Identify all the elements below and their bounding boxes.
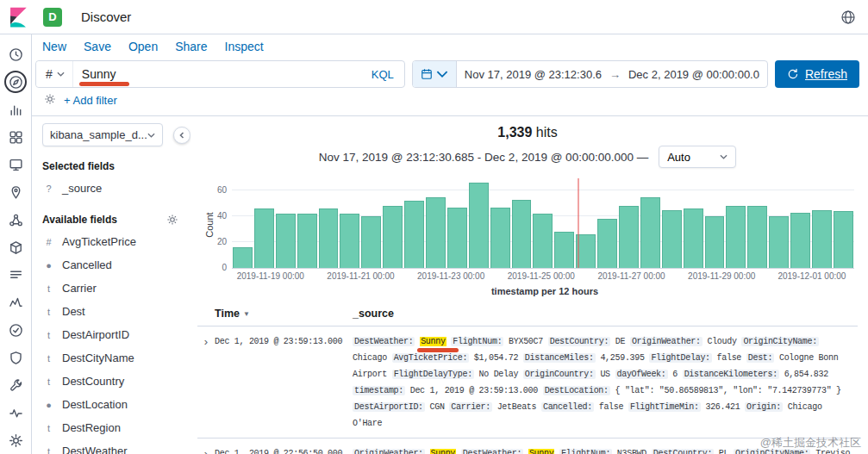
histogram-bar[interactable]	[747, 206, 767, 268]
histogram-bar[interactable]	[340, 214, 359, 268]
expand-row-icon[interactable]: ›	[197, 445, 215, 454]
x-axis-tick: 2019-11-21 00:00	[327, 271, 394, 281]
canvas-icon[interactable]	[4, 153, 27, 176]
expand-row-icon[interactable]: ›	[197, 333, 215, 432]
histogram-bar[interactable]	[705, 216, 725, 268]
saved-query-button[interactable]: #	[36, 61, 73, 87]
globe-icon[interactable]	[840, 9, 856, 25]
histogram-bar[interactable]	[684, 208, 703, 268]
histogram-bar[interactable]	[276, 214, 296, 268]
interval-select[interactable]: Auto	[659, 146, 736, 168]
source-field-key: FlightTimeMin:	[628, 402, 701, 412]
histogram-bar[interactable]	[490, 208, 510, 269]
histogram-bar[interactable]	[812, 210, 832, 269]
kibana-logo-icon[interactable]	[7, 6, 29, 28]
hits-count: 1,339	[497, 125, 532, 140]
field-item-carrier[interactable]: tCarrier	[42, 277, 190, 300]
menu-item-share[interactable]: Share	[175, 40, 207, 53]
field-settings-gear-icon[interactable]	[166, 214, 178, 226]
recently-viewed-icon[interactable]	[4, 43, 27, 65]
siem-icon[interactable]	[4, 346, 27, 369]
histogram-bar[interactable]	[319, 208, 339, 268]
row-source: DestWeather: Sunny FlightNum: BYX50C7 De…	[346, 333, 858, 432]
histogram-bar[interactable]	[769, 216, 789, 268]
menu-item-save[interactable]: Save	[84, 40, 111, 53]
histogram-chart: Count 0204060 2019-11-19 00:002019-11-21…	[197, 178, 858, 296]
source-field-key: AvgTicketPrice:	[392, 353, 470, 363]
page-title: Discover	[81, 9, 131, 24]
chevron-down-icon	[436, 68, 448, 80]
histogram-bar[interactable]	[619, 206, 639, 268]
menu-item-open[interactable]: Open	[128, 40, 158, 53]
menu-item-new[interactable]: New	[42, 40, 66, 53]
histogram-bar[interactable]	[640, 197, 660, 269]
add-filter-button[interactable]: + Add filter	[64, 94, 117, 107]
field-item-destlocation[interactable]: ●DestLocation	[42, 393, 190, 416]
discover-icon[interactable]	[4, 71, 27, 93]
histogram-bar[interactable]	[469, 183, 489, 268]
field-item-destweather[interactable]: tDestWeather	[42, 439, 190, 454]
histogram-bar[interactable]	[533, 214, 553, 268]
management-icon[interactable]	[4, 429, 27, 451]
histogram-bar[interactable]	[790, 213, 810, 269]
field-item-avgticketprice[interactable]: #AvgTicketPrice	[42, 230, 190, 253]
apm-icon[interactable]	[4, 291, 27, 314]
field-item-destairportid[interactable]: tDestAirportID	[42, 323, 190, 346]
kql-language-toggle[interactable]: KQL	[372, 68, 404, 81]
x-axis-tick: 2019-12-01 00:00	[777, 271, 846, 281]
histogram-bar[interactable]	[726, 206, 746, 268]
histogram-bar[interactable]	[447, 208, 467, 269]
field-item-cancelled[interactable]: ●Cancelled	[42, 253, 190, 277]
field-item-_source[interactable]: ?_source	[42, 177, 190, 200]
histogram-bar[interactable]	[426, 197, 446, 269]
logs-icon[interactable]	[4, 264, 27, 286]
histogram-bar[interactable]	[361, 216, 381, 268]
histogram-bar[interactable]	[662, 210, 682, 269]
source-field-value: 4,259.395	[600, 353, 644, 363]
histogram-bar[interactable]	[834, 211, 853, 268]
stack-monitoring-icon[interactable]	[4, 401, 27, 424]
source-field-key: OriginWeather:	[353, 449, 425, 454]
histogram-bar[interactable]	[597, 219, 617, 268]
histogram-bar[interactable]	[297, 214, 317, 268]
histogram-bar[interactable]	[554, 232, 574, 268]
x-axis-tick: 2019-11-27 00:00	[597, 271, 665, 281]
source-field-value: PL	[719, 449, 728, 454]
dashboard-icon[interactable]	[4, 126, 27, 148]
field-name: DestAirportID	[62, 328, 129, 341]
field-item-destregion[interactable]: tDestRegion	[42, 416, 190, 439]
field-item-destcityname[interactable]: tDestCityName	[42, 346, 190, 370]
field-name: DestWeather	[62, 445, 128, 454]
available-fields-header: Available fields	[42, 214, 117, 226]
visualize-icon[interactable]	[4, 98, 27, 121]
metrics-icon[interactable]	[4, 236, 27, 258]
date-end[interactable]: Dec 2, 2019 @ 00:00:00.0	[621, 68, 767, 81]
histogram-bar[interactable]	[404, 201, 424, 268]
filter-settings-gear-icon[interactable]	[44, 93, 56, 108]
search-input[interactable]: # Sunny KQL	[35, 60, 405, 88]
refresh-button[interactable]: Refresh	[775, 60, 859, 88]
histogram-bar[interactable]	[512, 200, 532, 269]
sidebar-collapse-button[interactable]	[173, 127, 190, 144]
date-start[interactable]: Nov 17, 2019 @ 23:12:30.6	[457, 68, 609, 81]
uptime-icon[interactable]	[4, 319, 27, 341]
histogram-plot: 0204060	[232, 178, 854, 269]
histogram-bar[interactable]	[233, 247, 253, 268]
index-pattern-select[interactable]: kibana_sample_d...	[42, 123, 163, 146]
field-name: Dest	[62, 305, 85, 318]
field-type-badge: #	[42, 237, 55, 247]
date-picker[interactable]: Nov 17, 2019 @ 23:12:30.6 → Dec 2, 2019 …	[412, 60, 768, 88]
maps-icon[interactable]	[4, 181, 27, 203]
menu-item-inspect[interactable]: Inspect	[225, 40, 264, 53]
histogram-bar[interactable]	[383, 206, 403, 268]
field-item-dest[interactable]: tDest	[42, 300, 190, 323]
calendar-icon[interactable]	[413, 61, 457, 87]
machine-learning-icon[interactable]	[4, 208, 27, 231]
query-bar: # Sunny KQL Nov 17, 2019 @ 23:12:30.6 → …	[32, 59, 868, 93]
source-field-key: Cancelled:	[541, 402, 594, 412]
hits-label: hits	[536, 125, 558, 140]
field-item-destcountry[interactable]: tDestCountry	[42, 370, 190, 393]
time-column-header[interactable]: Time ▼	[197, 308, 346, 320]
histogram-bar[interactable]	[254, 208, 274, 268]
dev-tools-icon[interactable]	[4, 374, 27, 396]
